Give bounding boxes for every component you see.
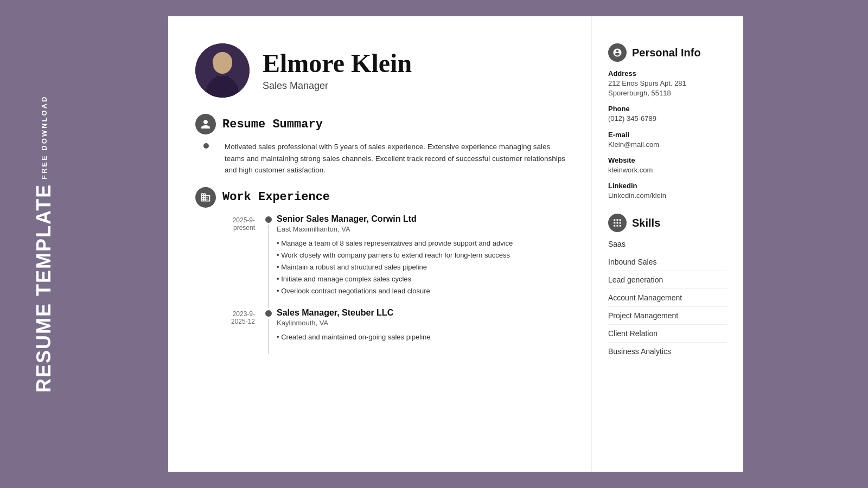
grid-icon xyxy=(612,218,622,228)
job-1-dot xyxy=(265,216,272,223)
person-name: Elmore Klein xyxy=(263,49,412,78)
bullet-item: Overlook contract negotiations and lead … xyxy=(277,285,570,297)
resume-sidebar: Personal Info Address 212 Enos Spurs Apt… xyxy=(591,16,743,472)
job-2-date-col: 2023-9- 2025-12 xyxy=(195,308,260,354)
skills-icon xyxy=(608,214,627,232)
work-experience-section: Work Experience 2025-9- present Senior S… xyxy=(195,187,570,355)
summary-icon xyxy=(195,114,216,134)
address-label: Address xyxy=(608,69,727,78)
personal-info-header: Personal Info xyxy=(608,43,727,62)
skills-section: Skills Saas Inbound Sales Lead generatio… xyxy=(608,214,727,360)
person-icon xyxy=(200,119,211,130)
linkedin-value: Linkedin.com/klein xyxy=(608,191,727,201)
skill-6: Business Analytics xyxy=(608,347,727,360)
personal-info-section: Personal Info Address 212 Enos Spurs Apt… xyxy=(608,43,727,201)
resume-template-text: RESUME TEMPLATE xyxy=(33,184,55,393)
avatar-image xyxy=(195,43,250,98)
job-2-title: Sales Manager, Steuber LLC xyxy=(277,308,570,318)
phone-label: Phone xyxy=(608,105,727,113)
work-experience-header: Work Experience xyxy=(195,187,570,208)
job-2-dot xyxy=(265,310,272,317)
email-value: Klein@mail.com xyxy=(608,140,727,150)
website-label: Website xyxy=(608,156,727,164)
summary-title: Resume Summary xyxy=(222,118,323,131)
job-1-timeline xyxy=(260,214,277,308)
skills-title: Skills xyxy=(632,217,660,229)
resume-main: Elmore Klein Sales Manager Resume Summar… xyxy=(168,16,591,472)
job-1-bullets: Manage a team of 8 sales representatives… xyxy=(277,237,570,297)
summary-content: Motivated sales professional with 5 year… xyxy=(201,141,570,176)
job-1: 2025-9- present Senior Sales Manager, Co… xyxy=(195,214,570,308)
address-item: Address 212 Enos Spurs Apt. 281 Sporerbu… xyxy=(608,69,727,98)
job-1-title: Senior Sales Manager, Corwin Ltd xyxy=(277,214,570,224)
user-circle-icon xyxy=(612,48,622,57)
phone-value: (012) 345-6789 xyxy=(608,114,727,124)
svg-rect-2 xyxy=(213,61,220,66)
email-label: E-mail xyxy=(608,131,727,139)
skill-5: Client Relation xyxy=(608,329,727,343)
skill-0: Saas xyxy=(608,240,727,253)
bullet-item: Work closely with company parners to ext… xyxy=(277,249,570,261)
svg-point-1 xyxy=(213,52,232,74)
free-download-text: FREE DOWNLOAD xyxy=(40,95,48,179)
summary-section: Resume Summary Motivated sales professio… xyxy=(195,114,570,176)
resume-header: Elmore Klein Sales Manager xyxy=(195,43,570,98)
address-value: 212 Enos Spurs Apt. 281 Sporerburgh, 551… xyxy=(608,79,727,98)
job-2-date: 2023-9- 2025-12 xyxy=(231,308,260,325)
skill-1: Inbound Sales xyxy=(608,258,727,271)
linkedin-label: Linkedin xyxy=(608,182,727,190)
avatar xyxy=(195,43,250,98)
svg-rect-0 xyxy=(195,43,250,98)
sidebar-label: FREE DOWNLOAD RESUME TEMPLATE xyxy=(33,95,55,393)
building-icon xyxy=(200,192,211,203)
skill-2: Lead generation xyxy=(608,275,727,289)
job-2-line xyxy=(268,319,269,354)
job-2-bullets: Created and maintained on-going sales pi… xyxy=(277,331,570,343)
skill-3: Account Management xyxy=(608,293,727,307)
work-icon xyxy=(195,187,216,208)
avatar-svg xyxy=(195,43,250,98)
job-1-date: 2025-9- present xyxy=(233,214,260,232)
bullet-item: Maintain a robust and structured sales p… xyxy=(277,261,570,273)
resume-card: Elmore Klein Sales Manager Resume Summar… xyxy=(168,16,743,472)
name-title: Elmore Klein Sales Manager xyxy=(263,49,412,92)
skill-4: Project Management xyxy=(608,311,727,325)
svg-rect-3 xyxy=(224,61,231,66)
summary-dot xyxy=(203,143,209,149)
bullet-item: Created and maintained on-going sales pi… xyxy=(277,331,570,343)
website-value: kleinwork.com xyxy=(608,165,727,175)
job-1-line xyxy=(268,225,269,308)
job-2-timeline xyxy=(260,308,277,354)
job-2: 2023-9- 2025-12 Sales Manager, Steuber L… xyxy=(195,308,570,354)
personal-info-title: Personal Info xyxy=(632,47,701,59)
bullet-item: Manage a team of 8 sales representatives… xyxy=(277,237,570,249)
summary-text: Motivated sales professional with 5 year… xyxy=(217,141,570,176)
summary-header: Resume Summary xyxy=(195,114,570,134)
bullet-item: Initiate and manage complex sales cycles xyxy=(277,273,570,285)
website-item: Website kleinwork.com xyxy=(608,156,727,175)
job-title: Sales Manager xyxy=(263,80,412,92)
email-item: E-mail Klein@mail.com xyxy=(608,131,727,150)
job-1-location: East Maximillianton, VA xyxy=(277,225,570,233)
summary-dot-col xyxy=(201,141,212,176)
job-2-location: Kaylinmouth, VA xyxy=(277,319,570,327)
job-1-content: Senior Sales Manager, Corwin Ltd East Ma… xyxy=(277,214,570,308)
linkedin-item: Linkedin Linkedin.com/klein xyxy=(608,182,727,201)
work-experience-title: Work Experience xyxy=(222,190,330,204)
phone-item: Phone (012) 345-6789 xyxy=(608,105,727,124)
job-1-date-col: 2025-9- present xyxy=(195,214,260,308)
skills-header: Skills xyxy=(608,214,727,232)
job-2-content: Sales Manager, Steuber LLC Kaylinmouth, … xyxy=(277,308,570,354)
personal-info-icon xyxy=(608,43,627,62)
